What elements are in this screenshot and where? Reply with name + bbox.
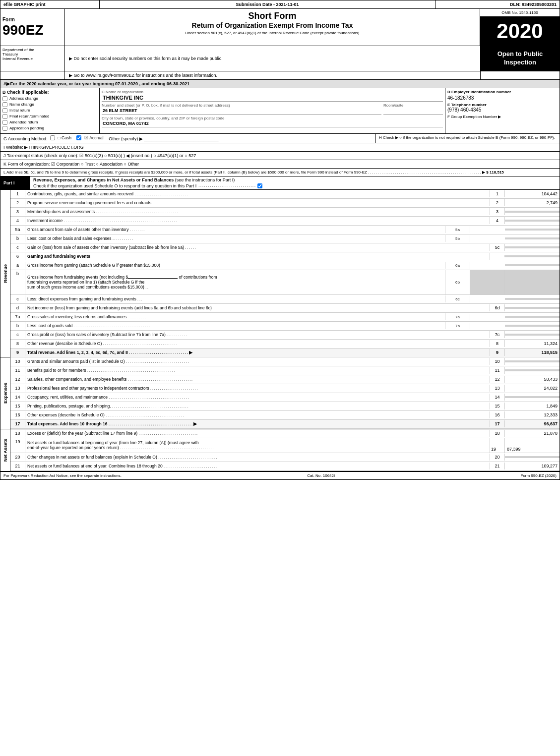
revenue-rows: 1 Contributions, gifts, grants, and simi… <box>10 190 560 357</box>
org-city: CONCORD, MA 01742 <box>102 120 443 127</box>
form-subtitle: Return of Organization Exempt From Incom… <box>67 21 478 29</box>
table-row: 2 Program service revenue including gove… <box>10 199 560 208</box>
net-assets-side-label: Net Assets <box>0 429 10 471</box>
initial-return-label: Initial return <box>9 108 30 113</box>
table-row: 7a Gross sales of inventory, less return… <box>10 313 560 322</box>
address-change-checkbox[interactable]: Address change <box>2 96 97 101</box>
org-name: THINKGIVE INC <box>102 94 443 102</box>
table-row: b Gross income from fundraising events (… <box>10 270 560 295</box>
accounting-method: G Accounting Method: □ Cash ☑ Accrual Ot… <box>0 134 376 143</box>
amended-return-checkbox[interactable]: Amended return <box>2 120 97 125</box>
table-row: 14 Occupancy, rent, utilities, and maint… <box>10 393 560 402</box>
table-row: 21 Net assets or fund balances at end of… <box>10 462 560 471</box>
gross-receipts-line: L Add lines 5b, 6c, and 7b to line 9 to … <box>0 169 560 176</box>
app-pending-checkbox[interactable]: Application pending <box>2 126 97 131</box>
form-title-block: Short Form Return of Organization Exempt… <box>65 9 480 46</box>
name-change-input[interactable] <box>2 102 7 107</box>
part1-label: Part I <box>0 176 30 189</box>
form-number-block: Form 990EZ <box>0 9 65 46</box>
table-row: 19 Net assets or fund balances at beginn… <box>10 438 560 453</box>
table-row: 6 Gaming and fundraising events <box>10 252 560 261</box>
net-assets-rows: 18 Excess or (deficit) for the year (Sub… <box>10 429 560 471</box>
ein-value: 46-1826783 <box>447 95 558 101</box>
table-row: c Less: direct expenses from gaming and … <box>10 295 560 304</box>
website-section: I Website: ▶THINKGIVEPROJECT.ORG <box>0 143 560 152</box>
table-row: b Less: cost of goods sold . . . . . . .… <box>10 322 560 331</box>
table-row: 4 Investment income . . . . . . . . . . … <box>10 217 560 226</box>
org-room <box>383 108 443 115</box>
address-change-label: Address change <box>9 96 38 101</box>
name-change-checkbox[interactable]: Name change <box>2 102 97 107</box>
table-row: 16 Other expenses (describe in Schedule … <box>10 411 560 420</box>
table-row: 5a Gross amount from sale of assets othe… <box>10 226 560 234</box>
phone-value: (978) 460-4345 <box>447 107 558 113</box>
table-row: 20 Other changes in net assets or fund b… <box>10 453 560 462</box>
schedule-o-checkbox[interactable] <box>257 183 262 188</box>
part1-title: Revenue, Expenses, and Changes in Net As… <box>30 176 560 189</box>
app-pending-label: Application pending <box>9 126 44 130</box>
omb-year-block: OMB No. 1545-1150 2020 <box>480 9 560 46</box>
notice2: ▶ Go to www.irs.gov/Form990EZ for instru… <box>65 71 480 79</box>
org-address: 26 ELM STREET <box>102 108 381 115</box>
dept-info-2 <box>0 71 65 79</box>
revenue-side-label: Revenue <box>0 190 10 357</box>
section-b-checkboxes: B Check if applicable: Address change Na… <box>0 88 100 133</box>
name-change-label: Name change <box>9 102 34 107</box>
omb-number: OMB No. 1545-1150 <box>480 9 560 17</box>
form-footer: For Paperwork Reduction Act Notice, see … <box>0 471 560 479</box>
final-return-input[interactable] <box>2 114 7 119</box>
initial-return-input[interactable] <box>2 108 7 113</box>
table-row: 9 Total revenue. Add lines 1, 2, 3, 4, 5… <box>10 349 560 357</box>
paperwork-notice: For Paperwork Reduction Act Notice, see … <box>3 473 122 478</box>
table-row: 3 Membership dues and assessments . . . … <box>10 208 560 217</box>
table-row: c Gross profit or (loss) from sales of i… <box>10 331 560 340</box>
table-row: 1 Contributions, gifts, grants, and simi… <box>10 190 560 199</box>
form-title: Short Form <box>67 11 478 21</box>
table-row: d Net income or (loss) from gaming and f… <box>10 304 560 313</box>
org-info-block: C Name of organization THINKGIVE INC Num… <box>100 88 445 133</box>
tax-year-row: A▶For the 2020 calendar year, or tax yea… <box>0 80 560 88</box>
dln-number: DLN: 93492305003201 <box>436 0 560 8</box>
table-row: c Gain or (loss) from sale of assets oth… <box>10 243 560 252</box>
open-to-public-bottom <box>480 71 560 79</box>
table-row: 18 Excess or (deficit) for the year (Sub… <box>10 429 560 438</box>
submission-date: Submission Date - 2021-11-01 <box>100 0 436 8</box>
form-number: 990EZ <box>2 22 62 38</box>
under-section: Under section 501(c), 527, or 4947(a)(1)… <box>67 31 478 35</box>
address-change-input[interactable] <box>2 96 7 101</box>
open-to-public-text: Open to Public Inspection <box>481 46 560 71</box>
table-row: 15 Printing, publications, postage, and … <box>10 402 560 411</box>
amended-return-label: Amended return <box>9 120 38 124</box>
final-return-checkbox[interactable]: Final return/terminated <box>2 114 97 119</box>
table-row: 13 Professional fees and other payments … <box>10 384 560 393</box>
efile-label: efile GRAPHIC print <box>0 0 100 8</box>
form-reference: Form 990-EZ (2020) <box>521 473 557 478</box>
tax-exempt-status: J Tax-exempt status (check only one): ☑ … <box>0 152 560 160</box>
table-row: 12 Salaries, other compensation, and emp… <box>10 375 560 384</box>
open-to-public-block: Open to Public Inspection <box>480 46 560 71</box>
dept-info: Department of the Treasury Internal Reve… <box>0 46 65 71</box>
table-row: 17 Total expenses. Add lines 10 through … <box>10 420 560 429</box>
table-row: 11 Benefits paid to or for members . . .… <box>10 366 560 375</box>
app-pending-input[interactable] <box>2 126 7 131</box>
form-of-org: K Form of organization: ☑ Corporation ○ … <box>0 160 560 169</box>
table-row: 8 Other revenue (describe in Schedule O)… <box>10 340 560 349</box>
expenses-side-label: Expenses <box>0 357 10 429</box>
tax-year: 2020 <box>480 17 560 46</box>
cash-checkbox[interactable]: □ Cash <box>50 135 71 140</box>
table-row: b Less: cost or other basis and sales ex… <box>10 234 560 243</box>
table-row: a Gross income from gaming (attach Sched… <box>10 261 560 270</box>
final-return-label: Final return/terminated <box>9 114 49 118</box>
notice1: ▶ Do not enter social security numbers o… <box>65 46 480 71</box>
amended-return-input[interactable] <box>2 120 7 125</box>
table-row: 10 Grants and similar amounts paid (list… <box>10 357 560 366</box>
schedule-b-check: H Check ▶ ○ if the organization is not r… <box>376 134 560 143</box>
initial-return-checkbox[interactable]: Initial return <box>2 108 97 113</box>
cat-number: Cat. No. 10642I <box>307 473 335 478</box>
expenses-rows: 10 Grants and similar amounts paid (list… <box>10 357 560 429</box>
accrual-checkbox[interactable]: ☑ Accrual <box>76 135 103 140</box>
ein-phone-block: D Employer identification number 46-1826… <box>445 88 560 133</box>
group-exemption: F Group Exemption Number ▶ <box>447 115 558 119</box>
